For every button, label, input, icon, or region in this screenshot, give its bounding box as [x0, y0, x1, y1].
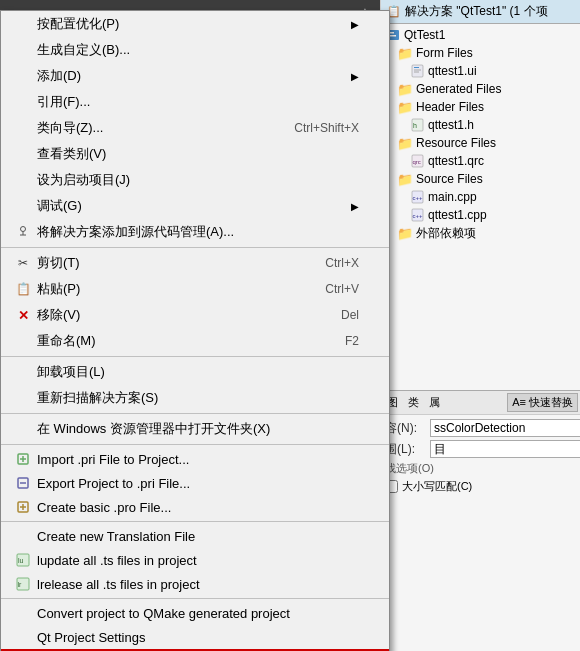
menu-item-convert-qmake[interactable]: Convert project to QMake generated proje… [1, 601, 389, 625]
menu-item-configure[interactable]: 按配置优化(P) ▶ [1, 11, 389, 37]
lupdate-icon: lu [13, 552, 33, 568]
solution-title: 解决方案 "QtTest1" (1 个项 [405, 3, 548, 20]
menu-item-class-wizard[interactable]: 类向导(Z)... Ctrl+Shift+X [1, 115, 389, 141]
svg-rect-3 [412, 65, 423, 77]
menu-item-open-folder[interactable]: 在 Windows 资源管理器中打开文件夹(X) [1, 416, 389, 442]
tree-item-source-files[interactable]: 📁 Source Files [381, 170, 580, 188]
unload-icon [13, 364, 33, 380]
remove-shortcut: Del [341, 308, 359, 322]
tree-item-main-cpp[interactable]: c++ main.cpp [381, 188, 580, 206]
bottom-toolbar: 图 类 属 A≡ 快速替换 [381, 391, 580, 415]
add-icon [13, 68, 33, 84]
match-label: 大小写匹配(C) [402, 479, 472, 494]
menu-item-source-control[interactable]: 将解决方案添加到源代码管理(A)... [1, 219, 389, 245]
context-menu: 按配置优化(P) ▶ 生成自定义(B)... 添加(D) ▶ 引用(F)... … [0, 10, 390, 651]
menu-item-rescan[interactable]: 重新扫描解决方案(S) [1, 385, 389, 411]
header-files-icon: 📁 [397, 99, 413, 115]
remove-icon: ✕ [13, 307, 33, 323]
svg-point-15 [21, 227, 26, 232]
startup-label: 设为启动项目(J) [37, 171, 359, 189]
tree-item-resource-files[interactable]: 📁 Resource Files [381, 134, 580, 152]
menu-item-remove[interactable]: ✕ 移除(V) Del [1, 302, 389, 328]
tree-item-generated-files[interactable]: 📁 Generated Files [381, 80, 580, 98]
external-deps-icon: 📁 [397, 226, 413, 242]
quick-replace-btn[interactable]: A≡ 快速替换 [507, 393, 578, 412]
separator-2 [1, 356, 389, 357]
open-folder-label: 在 Windows 资源管理器中打开文件夹(X) [37, 420, 359, 438]
header-files-label: Header Files [416, 100, 484, 114]
cut-shortcut: Ctrl+X [325, 256, 359, 270]
menu-item-lupdate[interactable]: lu lupdate all .ts files in project [1, 548, 389, 572]
cut-label: 剪切(T) [37, 254, 295, 272]
configure-label: 按配置优化(P) [37, 15, 343, 33]
import-pri-icon [13, 451, 33, 467]
menu-item-create-pro[interactable]: Create basic .pro File... [1, 495, 389, 519]
cut-icon: ✂ [13, 255, 33, 271]
menu-item-export-pri[interactable]: Export Project to .pri File... [1, 471, 389, 495]
tree-item-form-files[interactable]: 📁 Form Files [381, 44, 580, 62]
menu-item-cut[interactable]: ✂ 剪切(T) Ctrl+X [1, 250, 389, 276]
configure-arrow: ▶ [351, 19, 359, 30]
tree-item-header-files[interactable]: 📁 Header Files [381, 98, 580, 116]
search-row-match: 大小写匹配(C) [385, 479, 576, 494]
menu-item-generate[interactable]: 生成自定义(B)... [1, 37, 389, 63]
main-cpp-label: main.cpp [428, 190, 477, 204]
class-wizard-icon [13, 120, 33, 136]
menu-item-rename[interactable]: 重命名(M) F2 [1, 328, 389, 354]
tree-item-external-deps[interactable]: 📁 外部依赖项 [381, 224, 580, 243]
menu-item-add[interactable]: 添加(D) ▶ [1, 63, 389, 89]
debug-icon [13, 198, 33, 214]
content-input[interactable] [430, 419, 580, 437]
remove-label: 移除(V) [37, 306, 311, 324]
menu-item-paste[interactable]: 📋 粘贴(P) Ctrl+V [1, 276, 389, 302]
browse-class-icon [13, 146, 33, 162]
rename-icon [13, 333, 33, 349]
rename-label: 重命名(M) [37, 332, 315, 350]
tree-item-qttest1-cpp[interactable]: c++ qttest1.cpp [381, 206, 580, 224]
tree-item-qttest1[interactable]: QtTest1 [381, 26, 580, 44]
menu-item-browse-class[interactable]: 查看类别(V) [1, 141, 389, 167]
separator-5 [1, 521, 389, 522]
search-row-content: 容(N): [385, 419, 576, 437]
tab-class[interactable]: 类 [404, 394, 423, 411]
solution-explorer: 📋 解决方案 "QtTest1" (1 个项 QtTest1 📁 Form Fi… [380, 0, 580, 400]
source-files-label: Source Files [416, 172, 483, 186]
convert-qmake-label: Convert project to QMake generated proje… [37, 606, 359, 621]
browse-class-label: 查看类别(V) [37, 145, 359, 163]
svg-rect-2 [389, 35, 396, 37]
tree-item-qttest1-h[interactable]: h qttest1.h [381, 116, 580, 134]
scope-label: 围(L): [385, 441, 430, 458]
qt-settings-icon [13, 629, 33, 645]
menu-item-lrelease[interactable]: lr lrelease all .ts files in project [1, 572, 389, 596]
qttest1-cpp-label: qttest1.cpp [428, 208, 487, 222]
search-row-scope: 围(L): [385, 440, 576, 458]
convert-qmake-icon [13, 605, 33, 621]
paste-label: 粘贴(P) [37, 280, 295, 298]
qttest1-ui-icon [409, 63, 425, 79]
import-ref-label: 引用(F)... [37, 93, 359, 111]
tree-item-qttest1-ui[interactable]: qttest1.ui [381, 62, 580, 80]
menu-item-import-ref[interactable]: 引用(F)... [1, 89, 389, 115]
main-cpp-icon: c++ [409, 189, 425, 205]
menu-item-new-translation[interactable]: Create new Translation File [1, 524, 389, 548]
tab-property[interactable]: 属 [425, 394, 444, 411]
import-ref-icon [13, 94, 33, 110]
generate-label: 生成自定义(B)... [37, 41, 359, 59]
lrelease-icon: lr [13, 576, 33, 592]
menu-item-unload[interactable]: 卸载项目(L) [1, 359, 389, 385]
qttest1-qrc-label: qttest1.qrc [428, 154, 484, 168]
menu-item-qt-settings[interactable]: Qt Project Settings [1, 625, 389, 649]
scope-input[interactable] [430, 440, 580, 458]
rename-shortcut: F2 [345, 334, 359, 348]
add-label: 添加(D) [37, 67, 343, 85]
svg-rect-4 [414, 67, 419, 68]
tree-item-qttest1-qrc[interactable]: qrc qttest1.qrc [381, 152, 580, 170]
menu-item-import-pri[interactable]: Import .pri File to Project... [1, 447, 389, 471]
svg-rect-5 [414, 70, 421, 71]
menu-item-startup[interactable]: 设为启动项目(J) [1, 167, 389, 193]
svg-text:qrc: qrc [412, 159, 420, 165]
create-pro-icon [13, 499, 33, 515]
class-wizard-shortcut: Ctrl+Shift+X [294, 121, 359, 135]
menu-item-debug[interactable]: 调试(G) ▶ [1, 193, 389, 219]
solution-tree: QtTest1 📁 Form Files qttest1.ui 📁 Genera… [381, 24, 580, 245]
